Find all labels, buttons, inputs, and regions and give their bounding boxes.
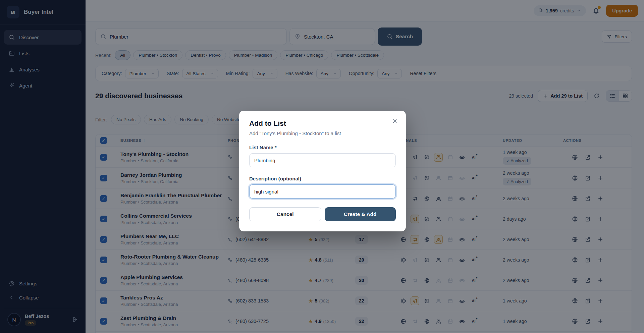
description-label: Description (optional) [249, 176, 396, 181]
create-and-add-button[interactable]: Create & Add [325, 207, 396, 221]
cancel-button[interactable]: Cancel [249, 207, 321, 221]
list-name-input[interactable]: Plumbing [249, 153, 396, 167]
add-to-list-modal: Add to List Add "Tony's Plumbing - Stock… [239, 111, 406, 231]
list-name-label: List Name * [249, 145, 396, 150]
modal-subtitle: Add "Tony's Plumbing - Stockton" to a li… [249, 130, 396, 136]
close-icon [392, 118, 398, 124]
description-input[interactable]: high signal [249, 184, 396, 199]
modal-title: Add to List [249, 119, 396, 127]
list-name-value: Plumbing [254, 158, 275, 163]
modal-actions: Cancel Create & Add [249, 207, 396, 221]
description-value: high signal [254, 189, 278, 195]
text-caret [280, 188, 280, 195]
close-button[interactable] [390, 117, 399, 125]
